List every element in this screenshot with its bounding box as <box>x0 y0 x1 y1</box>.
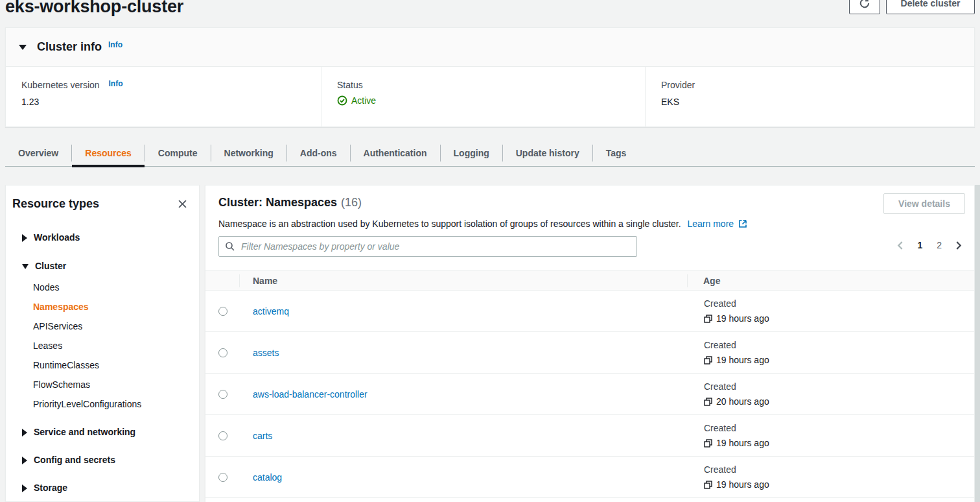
column-divider <box>239 274 240 287</box>
tab-networking[interactable]: Networking <box>211 139 286 166</box>
sidebar-item-prioritylevelconfigurations[interactable]: PriorityLevelConfigurations <box>6 399 199 410</box>
status-badge: Active <box>337 95 645 106</box>
table-row: catalog Created 19 hours ago <box>205 457 974 498</box>
column-divider <box>687 274 688 287</box>
field-kubernetes-version: Kubernetes version Info 1.23 <box>6 67 321 126</box>
tab-authentication[interactable]: Authentication <box>351 139 440 166</box>
tab-add-ons[interactable]: Add-ons <box>287 139 350 166</box>
filter-wrap <box>218 236 637 257</box>
tab-tags[interactable]: Tags <box>593 139 640 166</box>
age-value: 19 hours ago <box>716 313 769 324</box>
table-row-partial <box>205 498 974 502</box>
row-radio-button[interactable] <box>218 431 228 440</box>
panel-description: Namespace is an abstraction used by Kube… <box>218 219 747 229</box>
chevron-down-icon <box>22 264 29 269</box>
tab-logging[interactable]: Logging <box>441 139 502 166</box>
tab-update-history[interactable]: Update history <box>503 139 592 166</box>
description-text: Namespace is an abstraction used by Kube… <box>218 219 681 229</box>
page-number-2[interactable]: 2 <box>935 240 944 250</box>
refresh-button[interactable] <box>849 0 880 14</box>
age-value: 19 hours ago <box>716 438 769 448</box>
sidebar-item-flowschemas[interactable]: FlowSchemas <box>6 379 199 390</box>
cluster-tabs: Overview Resources Compute Networking Ad… <box>5 139 975 167</box>
sidebar-group-label: Config and secrets <box>34 455 115 466</box>
copy-icon[interactable] <box>704 481 712 489</box>
row-radio-button[interactable] <box>218 473 228 482</box>
created-label: Created <box>704 423 769 433</box>
sidebar-item-namespaces[interactable]: Namespaces <box>6 302 199 313</box>
field-status: Status Active <box>321 67 645 126</box>
page-title: eks-workshop-cluster <box>5 0 183 17</box>
sidebar-item-leases[interactable]: Leases <box>6 341 199 352</box>
chevron-right-icon <box>22 457 27 464</box>
sidebar-title: Resource types <box>12 197 99 211</box>
kubernetes-version-value: 1.23 <box>21 97 321 107</box>
status-value: Active <box>351 95 376 106</box>
refresh-icon <box>859 0 870 9</box>
sidebar-item-apiservices[interactable]: APIServices <box>6 321 199 332</box>
tab-compute[interactable]: Compute <box>145 139 211 166</box>
created-label: Created <box>704 464 769 475</box>
learn-more-link[interactable]: Learn more <box>688 219 734 229</box>
sidebar-group-service-and-networking[interactable]: Service and networking <box>6 427 199 438</box>
namespace-link[interactable]: activemq <box>253 306 289 317</box>
view-details-button[interactable]: View details <box>883 193 965 214</box>
check-circle-icon <box>337 95 347 106</box>
provider-value: EKS <box>661 97 974 107</box>
sidebar-group-label: Storage <box>34 483 67 494</box>
sidebar-group-config-and-secrets[interactable]: Config and secrets <box>6 455 199 466</box>
namespaces-table-body: activemq Created 19 hours ago ass <box>205 291 974 502</box>
table-row: assets Created 19 hours ago <box>205 332 974 374</box>
sidebar-item-runtimeclasses[interactable]: RuntimeClasses <box>6 360 199 371</box>
tab-resources[interactable]: Resources <box>72 139 145 166</box>
namespace-count: (16) <box>341 196 362 209</box>
chevron-right-icon <box>22 234 27 242</box>
external-link-icon <box>736 219 747 230</box>
sidebar-group-storage[interactable]: Storage <box>6 483 199 494</box>
sidebar-group-label: Cluster <box>35 261 66 272</box>
namespace-link[interactable]: aws-load-balancer-controller <box>253 389 368 400</box>
delete-cluster-button[interactable]: Delete cluster <box>886 0 975 14</box>
copy-icon[interactable] <box>704 439 712 448</box>
table-row: aws-load-balancer-controller Created 20 … <box>205 374 974 415</box>
row-radio-button[interactable] <box>218 307 228 316</box>
table-header: Name Age <box>205 270 974 291</box>
page-number-1[interactable]: 1 <box>915 240 924 250</box>
sidebar-item-nodes[interactable]: Nodes <box>6 282 199 293</box>
copy-icon[interactable] <box>704 356 712 365</box>
kubernetes-version-label: Kubernetes version <box>21 80 100 90</box>
kubernetes-version-info-link[interactable]: Info <box>109 79 123 88</box>
next-page-icon[interactable] <box>954 241 962 250</box>
copy-icon[interactable] <box>704 398 712 406</box>
scrollbar[interactable] <box>975 185 980 502</box>
age-value: 20 hours ago <box>716 396 769 407</box>
previous-page-icon[interactable] <box>896 241 905 250</box>
column-header-name: Name <box>253 276 277 286</box>
close-icon[interactable] <box>176 198 189 210</box>
namespace-link[interactable]: carts <box>253 431 272 441</box>
sidebar-header: Resource types <box>6 185 199 211</box>
cluster-info-info-link[interactable]: Info <box>108 40 122 49</box>
tab-overview[interactable]: Overview <box>5 139 71 166</box>
row-radio-button[interactable] <box>218 348 228 357</box>
sidebar-group-workloads[interactable]: Workloads <box>6 232 199 243</box>
column-header-age: Age <box>703 276 720 286</box>
created-label: Created <box>704 298 769 309</box>
collapse-triangle-icon <box>19 45 27 50</box>
row-radio-button[interactable] <box>218 390 228 399</box>
created-label: Created <box>704 340 769 350</box>
pagination: 1 2 <box>896 240 962 250</box>
age-value: 19 hours ago <box>716 355 769 365</box>
panel-title: Cluster: Namespaces <box>218 196 337 209</box>
filter-namespaces-input[interactable] <box>218 236 637 257</box>
sidebar-group-cluster[interactable]: Cluster <box>6 261 199 272</box>
copy-icon[interactable] <box>704 315 712 323</box>
sidebar-group-label: Workloads <box>34 232 80 243</box>
search-icon <box>225 241 235 254</box>
namespace-link[interactable]: assets <box>253 348 279 358</box>
created-label: Created <box>704 381 769 392</box>
field-provider: Provider EKS <box>645 67 974 126</box>
namespace-link[interactable]: catalog <box>253 472 282 483</box>
age-cell: Created 20 hours ago <box>704 381 769 407</box>
cluster-info-header[interactable]: Cluster info Info <box>6 28 974 67</box>
